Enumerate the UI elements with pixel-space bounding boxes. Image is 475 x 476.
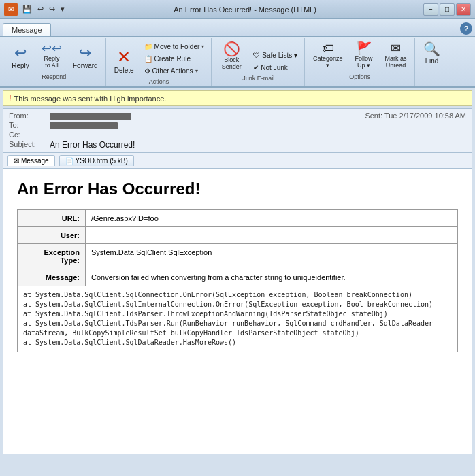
respond-buttons: ↩ Reply ↩↩ Replyto All ↪ Forward [5,39,103,72]
cc-value [50,131,466,139]
user-value [86,227,458,244]
email-area: ! This message was sent with High import… [0,88,475,457]
exception-type-label: ExceptionType: [18,244,86,269]
block-icon: 🚫 [223,42,240,56]
delete-icon: ✕ [117,49,131,65]
reply-icon: ↩ [14,46,27,61]
from-value [50,112,365,120]
actions-buttons: ✕ Delete 📁 Move to Folder ▾ 📋 Create Rul… [110,39,209,77]
ribbon-group-respond: ↩ Reply ↩↩ Replyto All ↪ Forward Respond [3,38,106,86]
table-row: at System.Data.SqlClient.SqlConnection.O… [18,286,458,352]
error-title: An Error Has Occurred! [17,180,458,199]
message-body[interactable]: An Error Has Occurred! URL: /Genre.aspx?… [3,169,472,454]
create-rule-button[interactable]: 📋 Create Rule [140,53,209,65]
close-btn[interactable]: ✕ [456,3,471,16]
not-junk-button[interactable]: ✔ Not Junk [249,62,301,73]
exception-type-value: System.Data.SqlClient.SqlException [86,244,458,269]
importance-bar: ! This message was sent with High import… [3,90,472,106]
table-row: URL: /Genre.aspx?ID=foo [18,210,458,227]
follow-up-button[interactable]: 🚩 FollowUp ▾ [349,39,379,72]
block-sender-button[interactable]: 🚫 BlockSender [215,39,248,73]
categorize-icon: 🏷 [322,42,334,54]
titlebar-left: ✉ 💾 ↩ ↪ ▾ [4,3,67,16]
message-tab-label: Message [21,157,49,165]
move-to-folder-button[interactable]: 📁 Move to Folder ▾ [140,41,209,52]
from-label: From: [9,112,50,120]
from-redacted [50,113,131,120]
help-icon[interactable]: ? [460,22,472,35]
ysod-attach-tab[interactable]: 📄 YSOD.htm (5 kB) [59,155,134,166]
options-buttons: 🏷 Categorize▾ 🚩 FollowUp ▾ ✉ Mark asUnre… [308,39,412,72]
ribbon-group-options: 🏷 Categorize▾ 🚩 FollowUp ▾ ✉ Mark asUnre… [306,38,415,86]
other-actions-button[interactable]: ⚙ Other Actions ▾ [140,65,209,77]
cc-label: Cc: [9,131,50,139]
delete-button[interactable]: ✕ Delete [110,46,139,77]
to-value [50,121,466,129]
importance-text: This message was sent with High importan… [14,95,167,103]
message-value: Conversion failed when converting from a… [86,269,458,286]
other-dropdown-icon: ▾ [195,68,198,74]
ribbon-group-junk: 🚫 BlockSender 🛡 Safe Lists ▾ ✔ Not Junk … [212,38,305,86]
other-actions-label: Other Actions [152,67,193,75]
redo-qat-btn[interactable]: ↪ [47,4,57,14]
minimize-btn[interactable]: − [423,3,438,16]
maximize-btn[interactable]: □ [440,3,455,16]
find-buttons: 🔍 Find [419,39,446,67]
subject-label: Subject: [9,140,50,150]
notjunk-icon: ✔ [253,64,259,71]
stacktrace: at System.Data.SqlClient.SqlConnection.O… [23,290,452,347]
url-value: /Genre.aspx?ID=foo [86,210,458,227]
unread-icon: ✉ [391,42,401,54]
options-group-label: Options [349,73,370,80]
message-tab-icon: ✉ [14,157,19,165]
rule-icon: 📋 [144,55,152,63]
categorize-button[interactable]: 🏷 Categorize▾ [308,39,348,72]
ysod-tab-icon: 📄 [65,157,73,165]
stacktrace-cell: at System.Data.SqlClient.SqlConnection.O… [18,286,458,352]
tab-message[interactable]: Message [3,23,51,36]
sent-row: Sent: Tue 2/17/2009 10:58 AM [365,112,466,120]
email-header: From: Sent: Tue 2/17/2009 10:58 AM To: C… [3,108,472,153]
respond-group-label: Respond [42,73,66,80]
ribbon: ↩ Reply ↩↩ Replyto All ↪ Forward Respond… [0,37,475,88]
find-button[interactable]: 🔍 Find [419,39,446,67]
mark-unread-button[interactable]: ✉ Mark asUnread [380,39,412,72]
ysod-tab-label: YSOD.htm (5 kB) [76,157,128,165]
actions-group-label: Actions [149,78,169,85]
ribbon-group-actions: ✕ Delete 📁 Move to Folder ▾ 📋 Create Rul… [107,38,212,86]
ribbon-tabbar: Message ? [0,19,475,37]
error-table: URL: /Genre.aspx?ID=foo User: ExceptionT… [17,209,458,352]
table-row: User: [18,227,458,244]
reply-all-button[interactable]: ↩↩ Replyto All [37,39,67,72]
reply-label: Reply [12,62,29,69]
from-row: From: Sent: Tue 2/17/2009 10:58 AM [9,112,466,120]
save-qat-btn[interactable]: 💾 [20,4,34,14]
message-attach-tab[interactable]: ✉ Message [7,155,55,166]
actions-col: 📁 Move to Folder ▾ 📋 Create Rule ⚙ Other… [140,39,209,77]
undo-qat-btn[interactable]: ↩ [35,4,46,14]
find-icon: 🔍 [423,42,440,56]
to-row: To: [9,121,466,129]
other-icon: ⚙ [144,67,150,75]
move-to-folder-label: Move to Folder [154,43,200,50]
junk-buttons: 🚫 BlockSender 🛡 Safe Lists ▾ ✔ Not Junk [215,39,301,73]
message-label: Message: [18,269,86,286]
subject-row: Subject: An Error Has Occurred! [9,140,466,150]
forward-button[interactable]: ↪ Forward [68,43,103,72]
ribbon-group-find: 🔍 Find [416,38,448,86]
find-label: Find [425,57,438,65]
quick-access-toolbar: 💾 ↩ ↪ ▾ [20,4,67,14]
not-junk-label: Not Junk [261,64,287,71]
sent-value: Tue 2/17/2009 10:58 AM [384,112,466,120]
importance-icon: ! [9,93,12,103]
qat-expand-btn[interactable]: ▾ [59,4,67,14]
reply-button[interactable]: ↩ Reply [5,43,35,72]
to-redacted [50,122,118,129]
titlebar: ✉ 💾 ↩ ↪ ▾ An Error Has Occurred! - Messa… [0,0,475,19]
window-controls: − □ ✕ [423,3,471,16]
safe-lists-label: Safe Lists ▾ [262,52,297,59]
user-label: User: [18,227,86,244]
safe-lists-button[interactable]: 🛡 Safe Lists ▾ [249,50,301,61]
forward-icon: ↪ [79,46,91,61]
subject-value: An Error Has Occurred! [50,140,135,150]
